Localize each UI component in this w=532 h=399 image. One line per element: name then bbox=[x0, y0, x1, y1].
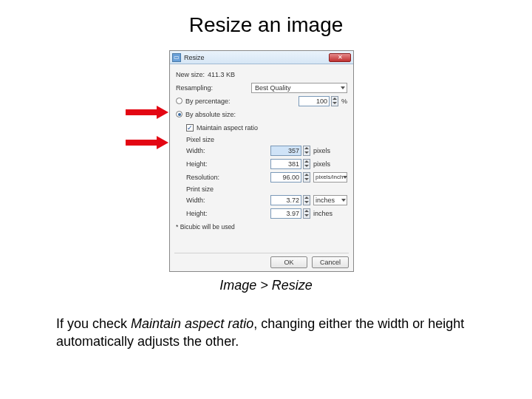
print-height-unit: inches bbox=[313, 210, 347, 217]
resolution-spinner[interactable] bbox=[303, 172, 310, 183]
footnote: * Bicubic will be used bbox=[176, 223, 347, 231]
by-percentage-label: By percentage: bbox=[185, 98, 231, 105]
resampling-value: Best Quality bbox=[255, 84, 291, 92]
pixel-width-row: Width: 357 pixels bbox=[186, 145, 347, 156]
by-absolute-row: By absolute size: bbox=[176, 109, 347, 120]
slide-title: Resize an image bbox=[0, 13, 532, 37]
chevron-down-icon bbox=[341, 199, 346, 202]
height-label: Height: bbox=[186, 160, 231, 168]
pixel-height-unit: pixels bbox=[313, 160, 347, 168]
chevron-down-icon bbox=[343, 176, 347, 179]
print-width-row: Width: 3.72 inches bbox=[186, 194, 347, 205]
print-width-unit-select[interactable]: inches bbox=[313, 195, 347, 205]
pointer-arrow-1 bbox=[126, 107, 168, 117]
paragraph-em: Maintain aspect ratio bbox=[131, 316, 253, 331]
by-absolute-label: By absolute size: bbox=[185, 111, 236, 118]
dialog-caption: Image > Resize bbox=[0, 278, 532, 293]
pixel-width-unit: pixels bbox=[313, 147, 347, 154]
pixel-size-section: Pixel size bbox=[186, 136, 347, 143]
print-width-label: Width: bbox=[186, 197, 231, 204]
print-size-section: Print size bbox=[186, 185, 347, 193]
new-size-row: New size: 411.3 KB bbox=[176, 69, 347, 80]
pixel-height-input[interactable]: 381 bbox=[270, 159, 301, 169]
dialog-icon: ▭ bbox=[172, 53, 181, 62]
chevron-down-icon bbox=[341, 86, 345, 89]
ok-button[interactable]: OK bbox=[270, 256, 307, 268]
percentage-unit: % bbox=[341, 98, 347, 105]
resampling-label: Resampling: bbox=[176, 84, 213, 92]
paragraph-pre: If you check bbox=[56, 316, 131, 331]
percentage-spinner[interactable] bbox=[331, 96, 338, 106]
pixel-width-input[interactable]: 357 bbox=[270, 146, 301, 156]
maintain-aspect-row: ✓ Maintain aspect ratio bbox=[186, 122, 347, 133]
explainer-paragraph: If you check Maintain aspect ratio, chan… bbox=[56, 315, 476, 351]
resolution-label: Resolution: bbox=[186, 174, 231, 181]
dialog-titlebar: ▭ Resize ✕ bbox=[170, 51, 353, 64]
print-height-spinner[interactable] bbox=[303, 208, 310, 219]
close-button[interactable]: ✕ bbox=[329, 53, 351, 62]
width-label: Width: bbox=[186, 147, 231, 154]
resampling-select[interactable]: Best Quality bbox=[251, 83, 347, 93]
resize-dialog: ▭ Resize ✕ New size: 411.3 KB Resampling… bbox=[169, 50, 354, 272]
print-width-input[interactable]: 3.72 bbox=[270, 195, 301, 205]
by-percentage-row: By percentage: 100 % bbox=[176, 95, 347, 106]
new-size-value: 411.3 KB bbox=[208, 71, 235, 78]
new-size-label: New size: bbox=[176, 71, 205, 78]
resolution-row: Resolution: 96.00 pixels/inch bbox=[186, 171, 347, 183]
print-width-unit: inches bbox=[316, 197, 335, 204]
radio-by-absolute[interactable] bbox=[176, 111, 183, 117]
print-width-spinner[interactable] bbox=[303, 195, 310, 205]
pixel-height-row: Height: 381 pixels bbox=[186, 158, 347, 169]
print-height-input[interactable]: 3.97 bbox=[270, 208, 301, 219]
pixel-width-spinner[interactable] bbox=[303, 146, 310, 156]
radio-by-percentage[interactable] bbox=[176, 98, 183, 104]
resolution-unit-select[interactable]: pixels/inch bbox=[313, 172, 347, 183]
button-bar: OK Cancel bbox=[174, 253, 349, 268]
resolution-unit: pixels/inch bbox=[316, 174, 343, 180]
pixel-height-spinner[interactable] bbox=[303, 159, 310, 169]
pointer-arrow-2 bbox=[126, 137, 168, 148]
print-height-label: Height: bbox=[186, 210, 231, 217]
resolution-input[interactable]: 96.00 bbox=[270, 172, 301, 183]
dialog-title: Resize bbox=[184, 54, 205, 61]
resampling-row: Resampling: Best Quality bbox=[176, 82, 347, 93]
percentage-input[interactable]: 100 bbox=[299, 96, 330, 106]
maintain-aspect-label: Maintain aspect ratio bbox=[197, 124, 258, 132]
print-height-row: Height: 3.97 inches bbox=[186, 208, 347, 219]
cancel-button[interactable]: Cancel bbox=[312, 256, 349, 268]
maintain-aspect-checkbox[interactable]: ✓ bbox=[186, 124, 194, 132]
